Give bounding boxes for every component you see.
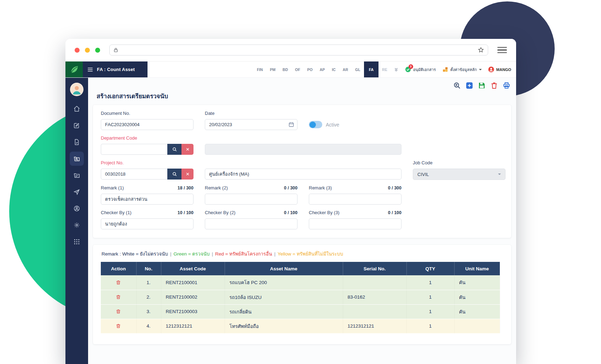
folder-icon <box>73 172 80 179</box>
department-search-button[interactable] <box>167 144 181 155</box>
browser-menu-icon[interactable] <box>497 47 507 53</box>
nav-item-fin[interactable]: FIN <box>253 61 266 77</box>
sidebar-item-folder-search[interactable] <box>70 152 84 166</box>
job-code-select[interactable]: CIVIL <box>413 169 505 180</box>
sidebar-item-document-check[interactable] <box>70 135 84 149</box>
col-no: No. <box>136 262 161 275</box>
document-no-label: Document No. <box>101 111 130 116</box>
boxes-icon <box>442 66 448 72</box>
sidebar-item-send[interactable] <box>70 185 84 199</box>
trash-icon <box>116 323 121 329</box>
calendar-icon[interactable] <box>288 122 294 128</box>
asset-table-card: Remark : White = ยังไม่ตรวจนับ|Green = ต… <box>93 245 511 344</box>
checker2-count: 0 / 100 <box>284 210 297 215</box>
nav-item-re[interactable]: RE <box>378 61 391 77</box>
active-toggle[interactable] <box>309 121 322 128</box>
legend-red: Red = ทรัพย์สินโครงการอื่น <box>215 251 272 257</box>
row-unit-name: คัน <box>454 275 500 290</box>
delete-row-button[interactable] <box>115 323 122 329</box>
settings-label: ตั้งค่าข้อมูลหลัก <box>450 66 477 73</box>
nav-item-ar[interactable]: AR <box>339 61 352 77</box>
delete-icon[interactable] <box>490 82 498 89</box>
row-serial-no: 83-0162 <box>343 290 406 304</box>
table-row: 2. RENT2100002 รถ10ล้อ ISUZU 83-0162 1 ค… <box>101 290 500 304</box>
date-input[interactable] <box>205 119 297 130</box>
job-code-value: CIVIL <box>417 172 429 177</box>
department-clear-button[interactable] <box>181 144 193 155</box>
search-icon <box>172 147 177 152</box>
remark3-count: 0 / 300 <box>388 186 401 190</box>
row-qty: 1 <box>406 304 454 319</box>
nav-item-ic[interactable]: IC <box>328 61 339 77</box>
active-label: Active <box>326 122 339 128</box>
sidebar-item-edit-document[interactable] <box>70 118 84 133</box>
sidebar-item-profile[interactable] <box>70 201 84 216</box>
job-code-label: Job Code <box>413 160 433 165</box>
caret-down-icon <box>498 174 501 175</box>
main-content: สร้างเอกสารเตรียมตรวจนับ Document No. Da… <box>88 78 516 364</box>
document-no-input[interactable] <box>101 119 193 130</box>
search-icon <box>172 171 177 177</box>
close-window-button[interactable] <box>75 48 80 53</box>
approve-documents-button[interactable]: 3 อนุมัติเอกสาร <box>405 66 436 73</box>
nav-item-gl[interactable]: GL <box>352 61 364 77</box>
project-no-input[interactable] <box>101 169 167 180</box>
remark1-input[interactable] <box>101 194 193 205</box>
col-asset-name: Asset Name <box>225 262 343 275</box>
nav-item-of[interactable]: OF <box>291 61 304 77</box>
checker1-input[interactable] <box>101 218 193 229</box>
row-qty: 1 <box>406 319 454 333</box>
delete-row-button[interactable] <box>115 308 122 315</box>
checker3-label: Checker By (3) <box>309 210 340 215</box>
checker3-count: 0 / 100 <box>388 210 401 215</box>
page-title: สร้างเอกสารเตรียมตรวจนับ <box>97 91 511 101</box>
sidebar-toggle-icon[interactable] <box>87 66 93 73</box>
col-asset-code: Asset Code <box>161 262 225 275</box>
chevron-double-icon[interactable] <box>391 67 401 72</box>
user-avatar[interactable] <box>70 83 83 96</box>
row-no: 3. <box>136 304 161 319</box>
remark2-label: Remark (2) <box>205 185 228 190</box>
checker2-label: Checker By (2) <box>205 210 236 215</box>
minimize-window-button[interactable] <box>85 48 90 53</box>
row-serial-no <box>343 304 406 319</box>
address-bar[interactable] <box>109 45 488 55</box>
department-code-input[interactable] <box>101 144 167 155</box>
nav-item-bd[interactable]: BD <box>279 61 291 77</box>
print-icon[interactable] <box>503 82 510 89</box>
master-data-settings-menu[interactable]: ตั้งค่าข้อมูลหลัก <box>442 66 482 73</box>
user-name: MANGO <box>496 67 511 72</box>
nav-item-fa-active[interactable]: FA <box>364 61 378 77</box>
project-search-button[interactable] <box>167 169 181 180</box>
sidebar-item-apps[interactable] <box>70 235 84 249</box>
row-serial-no: 1212312121 <box>343 319 406 333</box>
checker3-input[interactable] <box>309 218 401 229</box>
project-clear-button[interactable] <box>181 169 193 180</box>
remark3-input[interactable] <box>309 194 401 205</box>
department-code-label: Department Code <box>101 135 137 141</box>
sidebar-item-folder[interactable] <box>70 168 84 182</box>
sidebar-item-home[interactable] <box>70 102 84 116</box>
user-circle-icon <box>73 205 80 212</box>
maximize-window-button[interactable] <box>95 48 100 53</box>
sidebar-item-settings[interactable] <box>70 218 84 232</box>
traffic-lights <box>75 48 100 53</box>
nav-item-ap[interactable]: AP <box>316 61 329 77</box>
nav-item-pm[interactable]: PM <box>266 61 279 77</box>
remark1-label: Remark (1) <box>101 185 124 190</box>
search-document-icon[interactable] <box>453 82 461 89</box>
gear-icon <box>73 222 80 229</box>
delete-row-button[interactable] <box>115 294 122 300</box>
row-asset-code: RENT2100001 <box>161 275 225 290</box>
delete-row-button[interactable] <box>115 279 122 286</box>
add-document-icon[interactable] <box>466 82 473 89</box>
app-logo[interactable] <box>65 61 83 77</box>
nav-item-po[interactable]: PO <box>304 61 316 77</box>
user-menu[interactable]: MANGO <box>488 66 511 72</box>
asset-table: Action No. Asset Code Asset Name Serial … <box>101 262 500 334</box>
checker2-input[interactable] <box>205 218 297 229</box>
bookmark-star-icon[interactable] <box>478 47 484 53</box>
remark2-input[interactable] <box>205 194 297 205</box>
save-icon[interactable] <box>478 82 486 89</box>
browser-window: FA : Count Asset FIN PM BD OF PO AP IC A… <box>65 39 516 364</box>
